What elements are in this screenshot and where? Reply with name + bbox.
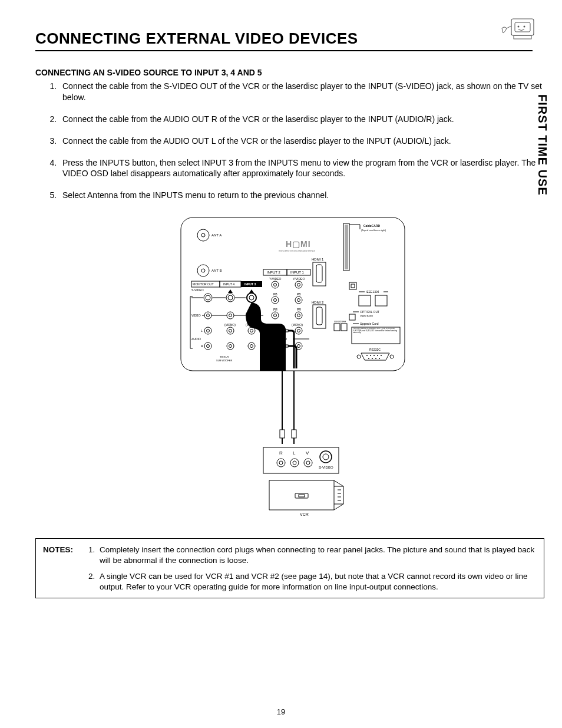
svg-point-10 [197,265,209,276]
svg-text:L: L [293,450,296,456]
svg-text:IEEE1394: IEEE1394 [366,290,379,294]
svg-point-58 [274,314,277,317]
note-1: Completely insert the connection cord pl… [97,545,537,565]
svg-text:MONITOR OUT: MONITOR OUT [193,282,213,286]
svg-point-40 [274,284,277,286]
svg-text:HDMI 1: HDMI 1 [312,258,324,261]
svg-text:INPUT 2: INPUT 2 [267,271,281,274]
svg-rect-122 [351,284,355,288]
svg-point-155 [277,459,285,467]
step-1: Connect the cable from the S-VIDEO OUT o… [59,81,550,103]
svg-text:SUB WOOFER: SUB WOOFER [216,359,232,362]
svg-text:INPUT 3: INPUT 3 [244,282,256,286]
svg-point-64 [227,312,234,319]
svg-point-57 [272,312,279,319]
svg-text:ANT B: ANT B [211,269,222,272]
svg-point-60 [297,314,300,317]
svg-text:(MONO): (MONO) [292,323,303,327]
step-3: Connect the cable from the AUDIO OUT L o… [59,136,550,147]
svg-point-54 [274,299,277,302]
svg-text:SUB WOOFER: SUB WOOFER [334,321,346,323]
svg-marker-31 [228,289,233,293]
svg-text:OPTICAL OUT: OPTICAL OUT [360,310,379,314]
svg-text:Y/VIDEO: Y/VIDEO [293,277,305,281]
step-5: Select Antenna from the INPUTS menu to r… [59,190,550,201]
svg-point-81 [229,330,232,332]
page-title: CONNECTING EXTERNAL VIDEO DEVICES [35,29,533,51]
svg-rect-126 [349,314,355,320]
svg-point-99 [250,345,253,348]
svg-point-62 [204,312,211,319]
svg-text:VIDEO: VIDEO [191,314,201,317]
notes-box: NOTES: Completely insert the connection … [35,538,544,598]
svg-point-134 [366,355,368,356]
svg-point-137 [377,355,378,356]
svg-point-141 [375,358,376,359]
svg-rect-111 [345,225,348,269]
svg-text:H▢MI: H▢MI [286,239,311,249]
svg-text:R: R [279,450,283,456]
steps-list: Connect the cable from the S-VIDEO OUT o… [35,81,550,201]
svg-point-144 [390,355,394,358]
svg-text:Y/VIDEO: Y/VIDEO [269,277,281,281]
svg-text:VCR: VCR [300,512,309,516]
svg-point-138 [381,355,382,356]
svg-text:CableCARD: CableCARD [363,224,380,228]
svg-text:INPUT 4: INPUT 4 [223,282,234,286]
svg-point-38 [249,295,254,300]
step-2: Connect the cable from the AUDIO OUT R o… [59,114,550,125]
svg-point-80 [227,327,234,334]
svg-point-159 [304,459,312,467]
svg-rect-47 [316,307,322,325]
svg-text:ANT A: ANT A [211,233,222,237]
svg-point-56 [297,299,300,302]
svg-point-87 [297,330,300,332]
svg-point-55 [295,297,302,304]
svg-text:PR: PR [297,308,301,311]
svg-point-11 [201,269,205,272]
notes-list: Completely insert the connection cord pl… [85,545,537,592]
svg-point-95 [207,345,210,348]
svg-point-135 [370,355,371,356]
side-tab-first-time-use: FIRST TIME USE [533,94,549,196]
svg-text:RS232C: RS232C [369,348,381,351]
corner-illustration-icon [501,17,536,42]
svg-point-8 [201,233,205,237]
svg-rect-130 [334,324,340,331]
svg-point-36 [228,295,233,300]
svg-text:PB: PB [297,292,301,296]
svg-text:S-VIDEO: S-VIDEO [319,466,333,469]
svg-rect-120 [375,295,387,306]
svg-point-79 [207,330,210,332]
svg-rect-16 [316,265,322,282]
svg-point-83 [250,330,253,332]
svg-point-98 [248,342,255,350]
svg-rect-105 [286,345,288,347]
svg-point-42 [297,284,300,286]
svg-point-136 [373,355,375,356]
svg-point-65 [229,314,232,317]
svg-point-3 [524,26,525,28]
svg-rect-147 [280,430,285,438]
svg-text:(MONO): (MONO) [224,323,236,327]
step-4: Press the INPUTS button, then select INP… [59,157,550,180]
svg-rect-131 [341,324,347,331]
svg-point-142 [379,358,380,359]
svg-point-103 [297,345,300,348]
svg-point-156 [279,461,283,465]
svg-point-139 [368,358,369,359]
svg-text:HIGH-DEFINITION MULTIMEDIA INT: HIGH-DEFINITION MULTIMEDIA INTERFACE [279,250,315,252]
svg-point-161 [320,451,332,463]
svg-text:L: L [201,329,203,332]
svg-rect-148 [292,430,296,438]
svg-point-59 [295,312,302,319]
svg-text:Upgrade Card: Upgrade Card [360,322,379,325]
svg-point-34 [206,295,210,300]
svg-point-143 [357,355,361,358]
svg-point-162 [323,454,329,460]
svg-text:TO HI-FI: TO HI-FI [220,355,229,358]
svg-text:S-VIDEO: S-VIDEO [191,288,204,292]
sub-heading: CONNECTING AN S-VIDEO SOURCE TO INPUT 3,… [35,68,550,77]
svg-point-39 [272,281,279,288]
svg-point-63 [207,314,210,317]
